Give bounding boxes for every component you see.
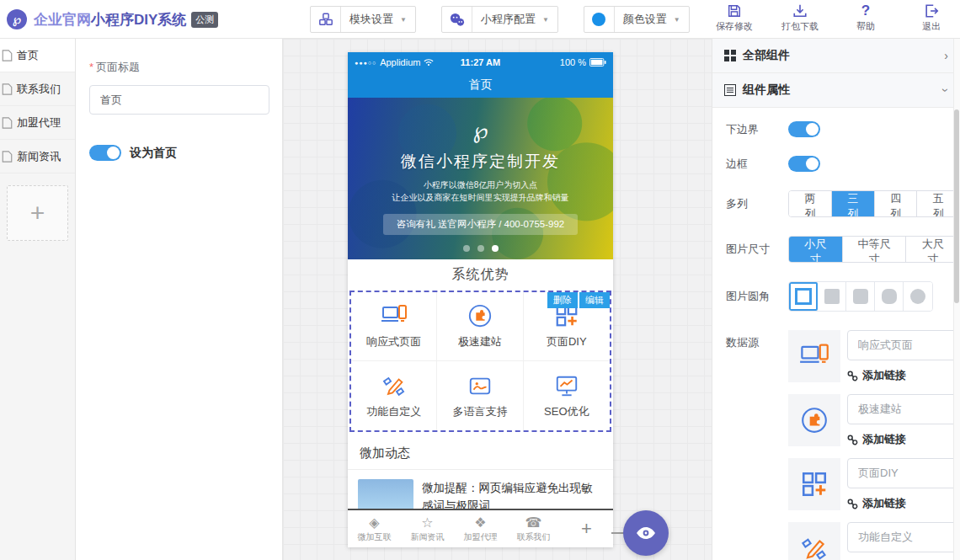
module-settings-button[interactable]: 模块设置 ▼	[310, 6, 416, 33]
squares-plus-icon	[788, 458, 840, 510]
beta-badge: 公测	[191, 12, 218, 28]
add-link-button[interactable]: 添加链接	[847, 496, 958, 511]
page-icon	[2, 151, 13, 163]
grid-cell-seo[interactable]: SEO优化	[524, 361, 610, 430]
selected-grid-component[interactable]: 删除 编辑 响应式页面	[349, 291, 611, 432]
datasource-title-input[interactable]	[847, 458, 958, 488]
sidebar-item-home[interactable]: 首页	[0, 39, 75, 72]
page-title-input[interactable]	[89, 85, 269, 115]
img-radius-row: 图片圆角	[726, 281, 960, 312]
datasource-item: 添加链接	[788, 522, 958, 560]
radius-option-2[interactable]	[846, 282, 875, 311]
img-size-small[interactable]: 小尺寸	[789, 237, 843, 262]
phone-statusbar: ●●●○○ Applidium 11:27 AM 100 %	[348, 52, 613, 72]
tab-contact[interactable]: ☎ 联系我们	[507, 515, 560, 543]
datasource-title-input[interactable]	[847, 522, 958, 552]
grid-cell-fast-build[interactable]: 极速建站	[437, 292, 523, 361]
columns-row: 多列 两列 三列 四列 五列	[726, 190, 960, 217]
add-link-button[interactable]: 添加链接	[847, 368, 958, 383]
tags-icon: ❖	[474, 515, 486, 531]
hero-banner[interactable]: ℘ 微信小程序定制开发 小程序以微信8亿用户为切入点 让企业以及商家在短时间里实…	[348, 98, 613, 259]
exit-button[interactable]: 退出	[909, 3, 953, 33]
img-size-large[interactable]: 大尺寸	[906, 237, 959, 262]
img-radius-options	[788, 281, 933, 312]
phone-preview: ●●●○○ Applidium 11:27 AM 100 %	[348, 52, 613, 547]
wechat-icon	[442, 7, 472, 32]
phone-tabbar: ◈ 微加互联 ☆ 新闻资讯 ❖ 加盟代理 ☎ 联系我们	[348, 509, 613, 547]
datasource-title-input[interactable]	[847, 394, 958, 424]
header-actions: 保存修改 打包下载 ? 帮助 退出	[712, 3, 953, 33]
color-settings-button[interactable]: 颜色设置 ▼	[584, 6, 690, 33]
inspector-body: 下边界 边框 多列 两列 三列 四列 五列 图片	[712, 108, 960, 560]
datasource-item: 添加链接	[788, 330, 958, 383]
monitor-chart-icon	[554, 373, 579, 398]
tab-news[interactable]: ☆ 新闻资讯	[401, 515, 454, 543]
wifi-icon	[424, 58, 434, 67]
columns-option-3[interactable]: 三列	[832, 191, 875, 216]
save-button[interactable]: 保存修改	[712, 3, 756, 33]
sidebar-item-agency[interactable]: 加盟代理	[0, 106, 75, 140]
link-icon	[847, 371, 858, 381]
sidebar-item-contact[interactable]: 联系我们	[0, 72, 75, 106]
radius-option-4[interactable]	[904, 282, 932, 311]
border-row: 边框	[726, 156, 960, 172]
datasource-item: 添加链接	[788, 394, 958, 447]
delete-badge-button[interactable]: 删除	[547, 292, 578, 308]
header-toolbar: 模块设置 ▼ 小程序配置 ▼ 颜色设置 ▼	[310, 6, 690, 33]
app-root: ℘ 企业官网 小程序DIY系统 公测 模块设置 ▼ 小程序	[0, 0, 960, 560]
edit-badge-button[interactable]: 编辑	[579, 292, 610, 308]
carrier-label: Applidium	[380, 57, 420, 67]
add-page-button[interactable]: +	[7, 185, 68, 241]
plus-icon: +	[581, 518, 592, 540]
help-label: 帮助	[856, 20, 875, 33]
help-icon: ?	[861, 3, 870, 19]
grid-cell-multilang[interactable]: 多语言支持	[437, 361, 523, 430]
component-props-header[interactable]: 组件属性 ›	[712, 73, 960, 108]
app-title-primary: 企业官网	[34, 10, 91, 29]
help-button[interactable]: ? 帮助	[844, 3, 888, 33]
tab-agency[interactable]: ❖ 加盟代理	[454, 515, 507, 543]
miniprogram-config-button[interactable]: 小程序配置 ▼	[441, 6, 558, 33]
components-grid-icon	[724, 50, 736, 61]
bottom-border-toggle[interactable]	[788, 121, 820, 137]
color-settings-label: 颜色设置	[615, 12, 674, 27]
all-components-header[interactable]: 全部组件 ›	[712, 39, 960, 73]
radius-option-1[interactable]	[818, 282, 846, 311]
phone-icon: ☎	[525, 515, 542, 531]
radius-option-0[interactable]	[789, 282, 818, 311]
brand: ℘ 企业官网 小程序DIY系统 公测	[7, 0, 218, 39]
app-title-secondary: 小程序DIY系统	[91, 10, 186, 29]
img-size-row: 图片尺寸 小尺寸 中等尺寸 大尺寸	[726, 236, 960, 263]
miniprogram-config-label: 小程序配置	[472, 12, 542, 27]
grid-cell-custom-function[interactable]: 功能自定义	[351, 361, 437, 430]
add-link-button[interactable]: 添加链接	[847, 432, 958, 447]
laptop-phone-icon	[381, 303, 408, 328]
tab-weijia[interactable]: ◈ 微加互联	[348, 515, 401, 543]
main-body: 首页 联系我们 加盟代理 新闻资讯 + *页面标题	[0, 39, 960, 560]
grid-cell-responsive[interactable]: 响应式页面	[351, 292, 437, 361]
page-icon	[2, 117, 13, 129]
tab-add-button[interactable]: +	[560, 518, 613, 540]
set-home-toggle[interactable]	[89, 145, 121, 161]
save-icon	[727, 3, 742, 19]
chevron-down-icon: ▼	[400, 16, 415, 24]
img-size-medium[interactable]: 中等尺寸	[843, 237, 907, 262]
hero-cta-pill[interactable]: 咨询有礼 送官网小程序 / 400-0755-992	[383, 214, 578, 235]
carousel-dots[interactable]	[348, 245, 613, 252]
download-button[interactable]: 打包下载	[778, 3, 822, 33]
news-section-title: 微加动态	[348, 437, 613, 470]
datasource-list: 添加链接	[788, 330, 958, 560]
border-toggle[interactable]	[788, 156, 820, 172]
preview-eye-button[interactable]	[623, 510, 669, 556]
radius-option-3[interactable]	[875, 282, 904, 311]
inspector-scrollbar[interactable]	[953, 39, 960, 560]
pencil-icon	[381, 373, 408, 398]
columns-option-2[interactable]: 两列	[789, 191, 832, 216]
app-header: ℘ 企业官网 小程序DIY系统 公测 模块设置 ▼ 小程序	[0, 0, 960, 39]
columns-option-4[interactable]: 四列	[875, 191, 918, 216]
sidebar-item-news[interactable]: 新闻资讯	[0, 140, 75, 173]
datasource-title-input[interactable]	[847, 330, 958, 360]
scrollbar-thumb[interactable]	[954, 109, 959, 303]
hero-logo-icon: ℘	[348, 118, 613, 144]
exit-label: 退出	[922, 20, 941, 33]
